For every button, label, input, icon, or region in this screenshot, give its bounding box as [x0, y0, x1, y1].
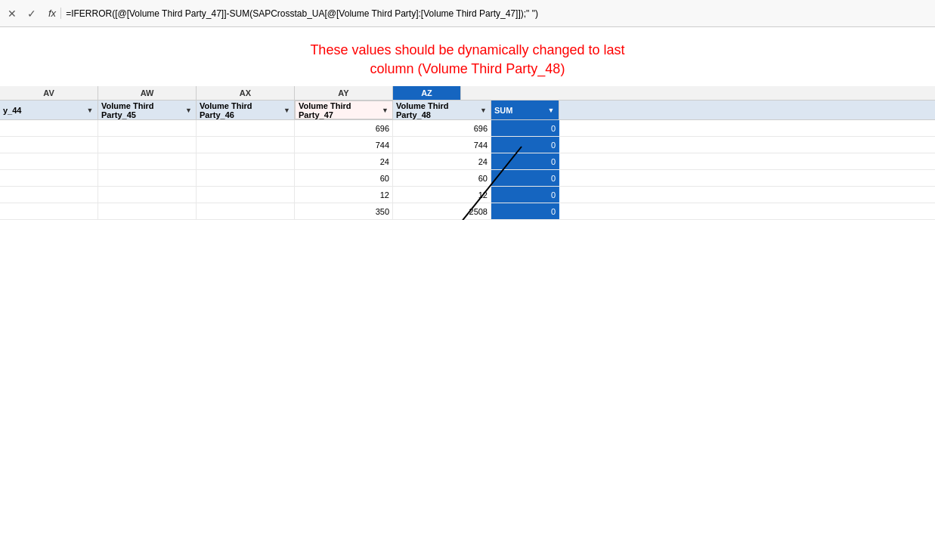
filter-label-az: SUM: [494, 106, 512, 115]
col-header-aw[interactable]: AW: [98, 86, 197, 100]
cell-r1-ax[interactable]: [197, 120, 295, 136]
cell-r5-aw[interactable]: [98, 187, 197, 203]
cell-r4-ax2[interactable]: 60: [295, 170, 393, 186]
dropdown-arrow-az[interactable]: ▼: [546, 106, 556, 115]
cell-r6-ay[interactable]: 2508: [393, 203, 491, 219]
dropdown-arrow-aw[interactable]: ▼: [184, 106, 193, 115]
cell-r5-ax2[interactable]: 12: [295, 187, 393, 203]
cell-r3-av[interactable]: [0, 153, 98, 169]
filter-cell-av[interactable]: y_44 ▼: [0, 101, 98, 119]
filter-label-aw: Volume Third Party_45: [101, 101, 184, 119]
cell-r1-ax2[interactable]: 696: [295, 120, 393, 136]
dropdown-arrow-ax2[interactable]: ▼: [381, 106, 389, 115]
formula-bar: ✕ ✓ fx: [0, 0, 935, 27]
table-row: 350 2508 0: [0, 203, 935, 220]
cell-r5-ay[interactable]: 12: [393, 187, 491, 203]
cell-r6-ax[interactable]: [197, 203, 295, 219]
cell-r2-az[interactable]: 0: [491, 137, 559, 153]
cell-r4-ay[interactable]: 60: [393, 170, 491, 186]
formula-input[interactable]: [66, 8, 930, 19]
cell-r1-az[interactable]: 0: [491, 120, 559, 136]
cell-r1-av[interactable]: [0, 120, 98, 136]
cell-r1-aw[interactable]: [98, 120, 197, 136]
filter-label-ax2: Volume Third Party_47: [299, 101, 381, 119]
dropdown-arrow-ax[interactable]: ▼: [283, 106, 291, 115]
cell-r2-ay[interactable]: 744: [393, 137, 491, 153]
cell-r1-ay[interactable]: 696: [393, 120, 491, 136]
cell-r3-az[interactable]: 0: [491, 153, 559, 169]
cell-r5-av[interactable]: [0, 187, 98, 203]
filter-cell-aw[interactable]: Volume Third Party_45 ▼: [98, 101, 197, 119]
cell-r3-ax[interactable]: [197, 153, 295, 169]
table-row: 60 60 0: [0, 170, 935, 187]
cell-r2-aw[interactable]: [98, 137, 197, 153]
cell-r4-az[interactable]: 0: [491, 170, 559, 186]
cell-r5-ax[interactable]: [197, 187, 295, 203]
table-row: 696 696 0: [0, 120, 935, 137]
column-headers: AV AW AX AY AZ: [0, 86, 935, 101]
cell-r6-av[interactable]: [0, 203, 98, 219]
cancel-button[interactable]: ✕: [5, 8, 20, 20]
filter-label-ax: Volume Third Party_46: [200, 101, 283, 119]
dropdown-arrow-ay[interactable]: ▼: [479, 106, 488, 115]
table-row: 12 12 0: [0, 187, 935, 203]
table-row: 24 24 0: [0, 153, 935, 170]
annotation-line2: column (Volume Third Party_48): [0, 60, 935, 79]
table-row: 744 744 0: [0, 137, 935, 153]
col-header-ax[interactable]: AX: [197, 86, 295, 100]
cell-r5-az[interactable]: 0: [491, 187, 559, 203]
cell-r6-ax2[interactable]: 350: [295, 203, 393, 219]
cell-r2-ax[interactable]: [197, 137, 295, 153]
col-header-ay[interactable]: AY: [295, 86, 393, 100]
annotation-line1: These values should be dynamically chang…: [0, 41, 935, 60]
spreadsheet: AV AW AX AY AZ y_44 ▼ Volume Third Party…: [0, 86, 935, 220]
cell-r6-aw[interactable]: [98, 203, 197, 219]
confirm-button[interactable]: ✓: [24, 8, 39, 20]
filter-cell-az[interactable]: SUM ▼: [491, 101, 559, 119]
cell-r4-ax[interactable]: [197, 170, 295, 186]
cell-r2-av[interactable]: [0, 137, 98, 153]
col-header-az[interactable]: AZ: [393, 86, 461, 100]
cell-r3-ax2[interactable]: 24: [295, 153, 393, 169]
filter-cell-ax2[interactable]: Volume Third Party_47 ▼: [295, 101, 393, 119]
fx-label: fx: [44, 8, 61, 19]
annotation-text: These values should be dynamically chang…: [0, 27, 935, 86]
filter-cell-ax[interactable]: Volume Third Party_46 ▼: [197, 101, 295, 119]
cell-r6-az[interactable]: 0: [491, 203, 559, 219]
cell-r3-ay[interactable]: 24: [393, 153, 491, 169]
data-rows: 696 696 0 744 744 0 24 24 0 60 6: [0, 120, 935, 220]
cell-r4-av[interactable]: [0, 170, 98, 186]
filter-label-av: y_44: [3, 106, 21, 115]
dropdown-arrow-av[interactable]: ▼: [85, 106, 94, 115]
cell-r4-aw[interactable]: [98, 170, 197, 186]
cell-r2-ax2[interactable]: 744: [295, 137, 393, 153]
filter-label-ay: Volume Third Party_48: [396, 101, 479, 119]
filter-cell-ay[interactable]: Volume Third Party_48 ▼: [393, 101, 491, 119]
col-header-av[interactable]: AV: [0, 86, 98, 100]
filter-row: y_44 ▼ Volume Third Party_45 ▼ Volume Th…: [0, 101, 935, 120]
cell-r3-aw[interactable]: [98, 153, 197, 169]
